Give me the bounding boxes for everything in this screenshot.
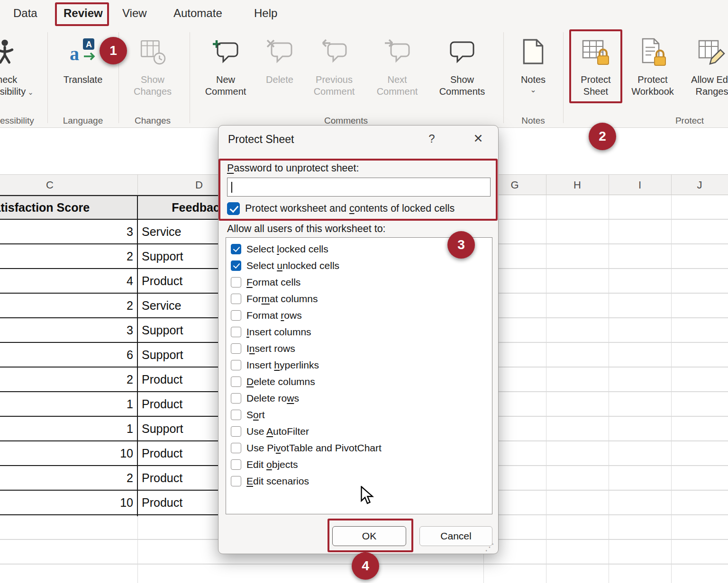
checkbox[interactable] <box>231 377 241 387</box>
notes-button[interactable]: Notes ⌄ <box>507 30 559 114</box>
grid-vline <box>609 195 609 583</box>
checkbox[interactable] <box>231 459 241 470</box>
option-sort[interactable]: Sort <box>226 406 492 423</box>
step-badge-4: 4 <box>352 552 379 580</box>
resize-grip[interactable]: ⋰ <box>485 541 494 553</box>
button-label: Accessibility <box>0 86 26 97</box>
show-comments-button[interactable]: Show Comments <box>436 30 488 114</box>
button-label: Comment <box>299 86 370 98</box>
ribbon-tab-bar: Data Review View Automate Help <box>0 0 728 28</box>
cell-score[interactable]: 1 <box>0 417 137 440</box>
column-header-i[interactable]: I <box>609 179 671 191</box>
cell-score[interactable]: 1 <box>0 392 137 416</box>
cell-score[interactable]: 2 <box>0 368 137 391</box>
column-header-j[interactable]: J <box>671 179 728 191</box>
dialog-title: Protect Sheet <box>228 133 294 146</box>
delete-comment-icon <box>254 33 306 70</box>
chevron-down-icon: ⌄ <box>27 88 34 96</box>
option-insert-rows[interactable]: Insert rows <box>226 340 492 357</box>
step-badge-2: 2 <box>589 123 616 150</box>
protect-workbook-button[interactable]: Protect Workbook <box>627 30 679 114</box>
annotation-box-ok <box>328 519 413 552</box>
checkbox[interactable] <box>231 310 241 321</box>
checkbox[interactable] <box>231 244 241 254</box>
annotation-box-review-tab <box>55 2 109 26</box>
checkbox[interactable] <box>231 393 241 404</box>
button-label: Comments <box>427 86 498 98</box>
group-label-notes: Notes <box>505 116 562 126</box>
checkbox[interactable] <box>231 343 241 354</box>
tab-automate[interactable]: Automate <box>173 7 222 20</box>
cell-score[interactable]: 3 <box>0 318 137 342</box>
option-edit-objects[interactable]: Edit objects <box>226 456 492 473</box>
show-changes-icon <box>127 33 179 70</box>
option-insert-hyperlinks[interactable]: Insert hyperlinks <box>226 357 492 373</box>
annotation-box-password <box>218 159 498 221</box>
option-use-pivottable[interactable]: Use PivotTable and PivotChart <box>226 439 492 456</box>
show-comments-icon <box>436 33 488 70</box>
button-label: Changes <box>117 86 188 98</box>
option-format-columns[interactable]: Format columns <box>226 290 492 307</box>
tab-help[interactable]: Help <box>254 7 277 20</box>
grid-vline <box>546 195 546 583</box>
checkbox[interactable] <box>231 277 241 287</box>
column-header-separator <box>546 175 546 195</box>
button-label: Show <box>427 74 498 86</box>
column-header-c[interactable]: C <box>0 179 137 191</box>
mouse-cursor-icon <box>359 486 376 508</box>
tab-view[interactable]: View <box>122 7 147 20</box>
button-label: Ranges <box>676 86 728 98</box>
cell-score[interactable]: 6 <box>0 343 137 367</box>
show-changes-button: Show Changes <box>127 30 179 114</box>
checkbox[interactable] <box>231 443 241 453</box>
tab-data[interactable]: Data <box>13 7 37 20</box>
cell-score[interactable]: 10 <box>0 491 137 514</box>
cell-score[interactable]: 2 <box>0 294 137 317</box>
group-label-accessibility: Accessibility <box>0 116 38 126</box>
cell-score[interactable]: 2 <box>0 466 137 490</box>
checkbox[interactable] <box>231 360 241 370</box>
button-label: Allow Edit <box>676 74 728 86</box>
checkbox[interactable] <box>231 410 241 420</box>
button-label: Comment <box>362 86 433 98</box>
option-insert-columns[interactable]: Insert columns <box>226 323 492 340</box>
close-icon[interactable]: ✕ <box>469 132 488 145</box>
option-format-cells[interactable]: Format cells <box>226 274 492 290</box>
column-header-h[interactable]: H <box>546 179 609 191</box>
next-comment-icon <box>371 33 423 70</box>
svg-text:A: A <box>86 40 92 49</box>
option-select-unlocked-cells[interactable]: Select unlocked cells <box>226 257 492 274</box>
excel-window: Data Review View Automate Help Check Acc… <box>0 0 728 583</box>
checkbox[interactable] <box>231 476 241 486</box>
allow-edit-ranges-icon <box>686 33 728 70</box>
checkbox[interactable] <box>231 426 241 437</box>
cell-score[interactable]: 4 <box>0 269 137 293</box>
checkbox[interactable] <box>231 327 241 337</box>
protect-workbook-icon <box>627 33 679 70</box>
option-use-autofilter[interactable]: Use AutoFilter <box>226 423 492 439</box>
button-label: Notes <box>498 74 569 86</box>
header-cell-satisfaction-score[interactable]: Satisfaction Score <box>0 196 137 219</box>
cell-score[interactable]: 2 <box>0 244 137 268</box>
group-label-changes: Changes <box>124 116 181 126</box>
cancel-button[interactable]: Cancel <box>419 526 492 546</box>
cell-score[interactable]: 10 <box>0 441 137 465</box>
cell-score[interactable]: 3 <box>0 220 137 243</box>
group-label-language: Language <box>55 116 111 126</box>
help-button[interactable]: ? <box>423 132 440 145</box>
grid-vline <box>671 195 672 583</box>
button-label: Check <box>0 74 39 86</box>
step-badge-3: 3 <box>447 231 475 259</box>
new-comment-button[interactable]: New Comment <box>200 30 252 114</box>
column-header-separator <box>671 175 672 195</box>
option-delete-rows[interactable]: Delete rows <box>226 390 492 406</box>
check-accessibility-button[interactable]: Check Accessibility⌄ <box>0 30 30 114</box>
checkbox[interactable] <box>231 294 241 304</box>
previous-comment-icon <box>308 33 360 70</box>
translate-button[interactable]: A a Translate <box>57 30 109 114</box>
checkbox[interactable] <box>231 260 241 271</box>
button-label: Translate <box>47 74 118 86</box>
option-format-rows[interactable]: Format rows <box>226 307 492 323</box>
allow-edit-ranges-button[interactable]: Allow Edit Ranges <box>686 30 728 114</box>
option-delete-columns[interactable]: Delete columns <box>226 373 492 390</box>
